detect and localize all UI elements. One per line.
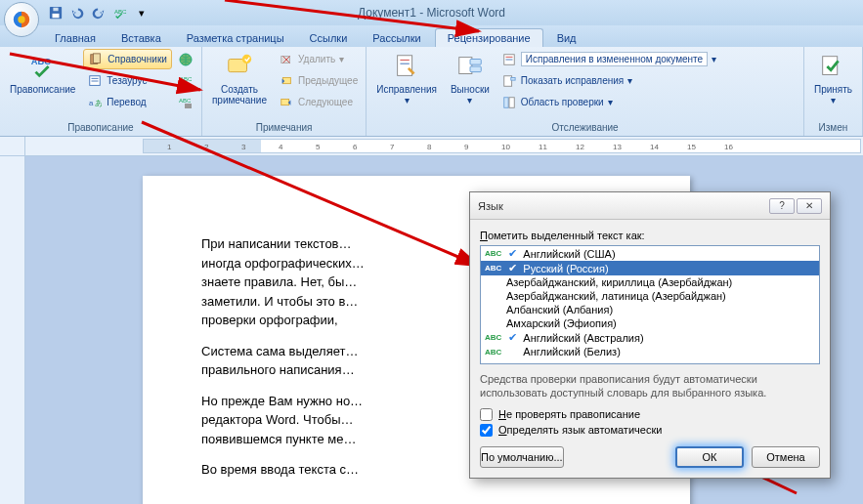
display-review-icon bbox=[501, 52, 517, 67]
svg-rect-3 bbox=[53, 14, 60, 18]
dialog-info-text: Средства проверки правописания будут авт… bbox=[480, 372, 820, 400]
new-comment-icon bbox=[224, 51, 255, 82]
svg-text:ABC: ABC bbox=[114, 8, 127, 15]
language-option[interactable]: Амхарский (Эфиопия) bbox=[481, 316, 819, 330]
reviewing-pane-icon bbox=[501, 95, 517, 110]
language-option[interactable]: Азербайджанский, латиница (Азербайджан) bbox=[481, 289, 819, 303]
ruler-mark: 10 bbox=[501, 143, 510, 151]
svg-text:a: a bbox=[89, 98, 94, 106]
research-icon bbox=[88, 52, 104, 67]
research-button[interactable]: Справочники bbox=[83, 49, 172, 69]
language-dialog: Язык ? ✕ Пометить выделенный текст как: … bbox=[469, 191, 831, 479]
word-count-button[interactable]: ABC123 bbox=[174, 70, 197, 91]
spellcheck-icon[interactable]: ABC bbox=[111, 4, 129, 21]
translate-icon: aあ bbox=[87, 95, 103, 110]
ruler-mark: 11 bbox=[539, 143, 547, 151]
cancel-button[interactable]: Отмена bbox=[752, 446, 820, 468]
svg-point-20 bbox=[242, 55, 251, 63]
thesaurus-button[interactable]: Тезаурус bbox=[83, 70, 172, 91]
accept-icon bbox=[817, 51, 848, 82]
ruler-mark: 4 bbox=[279, 143, 282, 151]
tab-home[interactable]: Главная bbox=[43, 29, 108, 47]
svg-rect-8 bbox=[94, 53, 101, 63]
delete-comment-button[interactable]: Удалить ▾ bbox=[275, 49, 362, 69]
auto-detect-checkbox[interactable]: Определять язык автоматически bbox=[480, 424, 820, 437]
tab-references[interactable]: Ссылки bbox=[298, 29, 360, 47]
show-markup-icon bbox=[501, 73, 517, 89]
no-check-checkbox[interactable]: Не проверять правописание bbox=[480, 408, 820, 421]
tab-insert[interactable]: Вставка bbox=[109, 29, 173, 47]
ruler-mark: 14 bbox=[650, 143, 659, 151]
svg-text:123: 123 bbox=[180, 82, 191, 88]
show-markup-button[interactable]: Показать исправления ▾ bbox=[497, 70, 722, 91]
spelling-icon: ABC bbox=[27, 51, 59, 82]
language-listbox[interactable]: ABC✔Английский (США)ABC✔Русский (Россия)… bbox=[480, 245, 820, 364]
proofing-tools-icon: ABC bbox=[178, 95, 194, 110]
ribbon: ABC Правописание Справочники Тезаурус aあ… bbox=[0, 47, 863, 137]
translate-button[interactable]: aあ Перевод bbox=[83, 92, 172, 112]
set-language-button[interactable] bbox=[174, 49, 197, 69]
spelling-button[interactable]: ABC Правописание bbox=[4, 49, 81, 97]
language-option[interactable]: ABC✔Английский (США) bbox=[481, 246, 819, 261]
group-comments: Создатьпримечание Удалить ▾ Предыдущее С… bbox=[202, 47, 367, 136]
svg-point-1 bbox=[18, 16, 24, 22]
vertical-ruler[interactable] bbox=[0, 156, 25, 504]
save-icon[interactable] bbox=[47, 4, 65, 21]
ruler-mark: 13 bbox=[613, 143, 622, 151]
svg-rect-34 bbox=[511, 77, 515, 80]
reviewing-pane-button[interactable]: Область проверки ▾ bbox=[497, 92, 722, 112]
delete-icon bbox=[279, 52, 294, 67]
language-option[interactable]: ABC✔Английский (Австралия) bbox=[481, 330, 819, 345]
default-button[interactable]: По умолчанию... bbox=[480, 446, 564, 468]
group-tracking: Исправления▾ Выноски▾ Исправления в изме… bbox=[367, 47, 804, 136]
language-option[interactable]: Азербайджанский, кириллица (Азербайджан) bbox=[481, 275, 819, 289]
ok-button[interactable]: ОК bbox=[675, 446, 744, 468]
title-bar: ABC ▾ Документ1 - Microsoft Word bbox=[0, 0, 863, 25]
svg-rect-23 bbox=[281, 99, 289, 105]
ruler-mark: 5 bbox=[316, 143, 320, 151]
ruler-mark: 2 bbox=[204, 143, 208, 151]
svg-rect-35 bbox=[504, 97, 508, 107]
group-changes: Принять▾ Измен bbox=[804, 47, 863, 136]
tab-review[interactable]: Рецензирование bbox=[435, 28, 543, 47]
tab-mailings[interactable]: Рассылки bbox=[361, 29, 432, 47]
qat-dropdown-icon[interactable]: ▾ bbox=[133, 4, 151, 21]
ruler-mark: 12 bbox=[576, 143, 584, 151]
language-option[interactable]: ABCАнглийский (Белиз) bbox=[481, 345, 819, 358]
dialog-titlebar[interactable]: Язык ? ✕ bbox=[470, 192, 830, 220]
mark-text-label: Пометить выделенный текст как: bbox=[480, 230, 820, 241]
next-icon bbox=[279, 95, 294, 110]
next-comment-button[interactable]: Следующее bbox=[275, 92, 362, 112]
group-proofing: ABC Правописание Справочники Тезаурус aあ… bbox=[0, 47, 202, 136]
language-option[interactable]: Албанский (Албания) bbox=[481, 303, 819, 316]
balloons-button[interactable]: Выноски▾ bbox=[445, 49, 496, 107]
ruler-mark: 9 bbox=[464, 143, 468, 151]
ruler-mark: 16 bbox=[724, 143, 733, 151]
language-option[interactable]: ABC✔Русский (Россия) bbox=[481, 261, 819, 275]
tab-layout[interactable]: Разметка страницы bbox=[175, 29, 296, 47]
horizontal-ruler[interactable]: 32112345678910111213141516 bbox=[0, 137, 863, 156]
thesaurus-icon bbox=[87, 73, 103, 89]
svg-text:あ: あ bbox=[95, 98, 102, 106]
svg-text:ABC: ABC bbox=[179, 98, 192, 104]
wordcount-icon: ABC123 bbox=[178, 73, 194, 89]
office-button[interactable] bbox=[4, 2, 39, 37]
window-title: Документ1 - Microsoft Word bbox=[358, 6, 505, 20]
proofing-tools-button[interactable]: ABC bbox=[174, 92, 197, 112]
ruler-mark: 3 bbox=[241, 143, 245, 151]
help-button[interactable]: ? bbox=[769, 198, 795, 214]
close-button[interactable]: ✕ bbox=[797, 198, 822, 214]
accept-button[interactable]: Принять▾ bbox=[808, 49, 858, 107]
tab-view[interactable]: Вид bbox=[545, 29, 588, 47]
ruler-mark: 1 bbox=[167, 143, 171, 151]
track-changes-button[interactable]: Исправления▾ bbox=[370, 49, 443, 107]
redo-icon[interactable] bbox=[90, 4, 108, 21]
svg-rect-24 bbox=[398, 56, 412, 76]
new-comment-button[interactable]: Создатьпримечание bbox=[206, 49, 273, 107]
display-for-review-dropdown[interactable]: Исправления в измененном документе ▾ bbox=[497, 49, 722, 69]
undo-icon[interactable] bbox=[68, 4, 86, 21]
svg-text:ABC: ABC bbox=[30, 57, 51, 66]
previous-comment-button[interactable]: Предыдущее bbox=[275, 70, 362, 91]
balloons-icon bbox=[454, 51, 486, 82]
ruler-mark: 15 bbox=[687, 143, 696, 151]
